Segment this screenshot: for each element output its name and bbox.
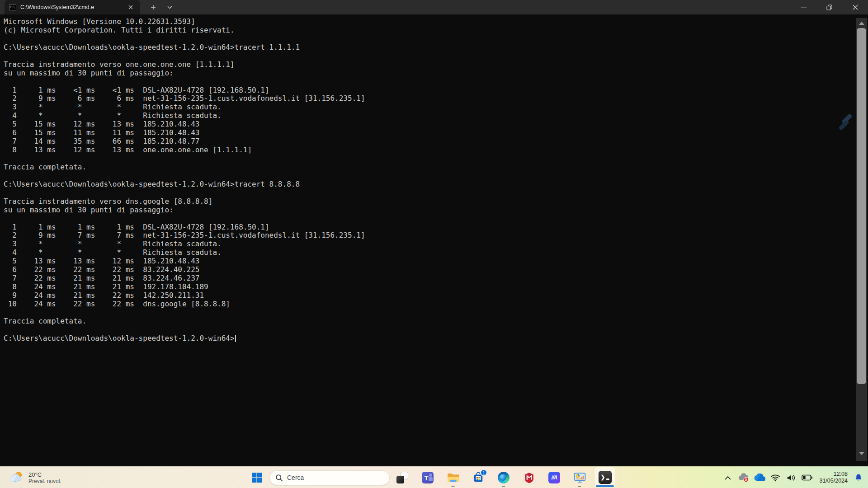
onedrive-icon[interactable] (753, 470, 766, 485)
terminal-body[interactable]: Microsoft Windows [Versione 10.0.22631.3… (0, 14, 856, 466)
terminal-prompt-line: C:\Users\acucc\Downloads\ookla-speedtest… (4, 334, 856, 343)
terminal-line: su un massimo di 30 punti di passaggio: (4, 69, 856, 78)
terminal-line (4, 35, 856, 43)
clock-date: 31/05/2024 (819, 478, 848, 484)
terminal-line: C:\Users\acucc\Downloads\ookla-speedtest… (4, 180, 856, 189)
active-app-plate: ❯ (595, 467, 615, 487)
terminal-line: Microsoft Windows [Versione 10.0.22631.3… (4, 18, 856, 26)
terminal-line: su un massimo di 30 punti di passaggio: (4, 206, 856, 215)
terminal-line: 7 22 ms 21 ms 21 ms 83.224.46.237 (4, 274, 856, 283)
windows-terminal-icon: ❯ (599, 471, 612, 484)
windows-terminal-button[interactable]: ❯ (592, 467, 618, 488)
terminal-line: 3 * * * Richiesta scaduta. (4, 103, 856, 112)
start-button[interactable] (248, 469, 266, 487)
terminal-line: (c) Microsoft Corporation. Tutti i dirit… (4, 26, 856, 35)
terminal-line: 3 * * * Richiesta scaduta. (4, 240, 856, 249)
terminal-line (4, 326, 856, 334)
tray-chevron-up-icon[interactable] (722, 470, 734, 485)
edge-button[interactable] (491, 467, 516, 488)
new-tab-button[interactable] (146, 0, 161, 14)
scrollbar-thumb[interactable] (857, 28, 866, 384)
tab-cmd[interactable]: C:\ C:\Windows\System32\cmd.e (5, 0, 140, 14)
search-icon (275, 474, 283, 482)
terminal-line: 8 24 ms 21 ms 21 ms 192.178.104.189 (4, 283, 856, 291)
active-indicator (596, 485, 614, 487)
text-cursor (235, 335, 236, 342)
scroll-up-icon[interactable] (856, 19, 867, 27)
terminal-line: Traccia completata. (4, 163, 856, 172)
teams-button[interactable]: T (415, 467, 440, 488)
clock[interactable]: 12:08 31/05/2024 (819, 471, 848, 484)
terminal-line: 1 1 ms <1 ms <1 ms DSL-AX82U-4728 [192.1… (4, 86, 856, 95)
terminal-line: 6 22 ms 22 ms 22 ms 83.224.40.225 (4, 266, 856, 274)
scroll-down-icon[interactable] (856, 449, 867, 457)
teams-icon: T (422, 472, 434, 483)
terminal-line (4, 155, 856, 163)
bell-icon (854, 473, 863, 483)
edge-icon (498, 472, 509, 483)
running-indicator (502, 486, 505, 487)
terminal-line: 5 15 ms 12 ms 13 ms 185.210.48.43 (4, 120, 856, 129)
terminal-line: 8 13 ms 12 ms 13 ms one.one.one.one [1.1… (4, 146, 856, 155)
taskbar: 20°C Preval. nuvol. Cerca T (0, 466, 868, 488)
weather-icon (9, 471, 24, 484)
running-indicator (578, 486, 581, 487)
terminal-line (4, 78, 856, 86)
close-button[interactable] (842, 0, 868, 14)
cloud-sync-error-icon[interactable] (737, 470, 750, 485)
microsoft-store-button[interactable]: 1 (466, 467, 491, 488)
weather-widget[interactable]: 20°C Preval. nuvol. (5, 467, 65, 488)
terminal-line: Traccia completata. (4, 317, 856, 326)
titlebar[interactable]: C:\ C:\Windows\System32\cmd.e (0, 0, 868, 14)
task-view-button[interactable] (390, 467, 415, 488)
scrollbar[interactable] (856, 18, 867, 461)
ia-app-button[interactable]: //A (542, 467, 567, 488)
running-indicator (452, 486, 455, 487)
wifi-icon[interactable] (769, 470, 782, 485)
battery-icon[interactable] (801, 470, 813, 485)
terminal-line: 2 9 ms 7 ms 7 ms net-31-156-235-1.cust.v… (4, 231, 856, 240)
search-placeholder: Cerca (287, 474, 304, 481)
tab-title: C:\Windows\System32\cmd.e (20, 4, 119, 10)
windows-logo-icon (251, 472, 262, 483)
clock-time: 12:08 (834, 471, 848, 478)
mcafee-button[interactable] (516, 467, 542, 488)
terminal-line: 5 13 ms 13 ms 12 ms 185.210.48.43 (4, 257, 856, 266)
terminal-line: C:\Users\acucc\Downloads\ookla-speedtest… (4, 43, 856, 52)
terminal-line: 6 15 ms 11 ms 11 ms 185.210.48.43 (4, 129, 856, 137)
file-explorer-icon (447, 472, 459, 483)
terminal-line (4, 172, 856, 180)
cmd-icon: C:\ (9, 4, 16, 10)
terminal-line: 4 * * * Richiesta scaduta. (4, 112, 856, 120)
prompt-text: C:\Users\acucc\Downloads\ookla-speedtest… (4, 334, 235, 343)
terminal-line: 2 9 ms 6 ms 6 ms net-31-156-235-1.cust.v… (4, 94, 856, 103)
restore-button[interactable] (816, 0, 842, 14)
minimize-button[interactable] (791, 0, 816, 14)
tab-dropdown-button[interactable] (162, 0, 177, 14)
terminal-line (4, 52, 856, 61)
terminal-output: Microsoft Windows [Versione 10.0.22631.3… (4, 18, 856, 334)
file-explorer-button[interactable] (440, 467, 466, 488)
search-input[interactable]: Cerca (269, 470, 390, 485)
mcafee-icon (524, 472, 535, 483)
terminal-line (4, 215, 856, 223)
ia-app-icon: //A (548, 472, 560, 483)
weather-condition: Preval. nuvol. (28, 478, 61, 484)
task-view-icon (396, 472, 408, 483)
notification-bell-button[interactable] (852, 470, 865, 485)
terminal-line: 7 14 ms 35 ms 66 ms 185.210.48.77 (4, 137, 856, 146)
terminal-line: Traccia instradamento verso one.one.one.… (4, 61, 856, 69)
tab-close-icon[interactable] (125, 2, 137, 12)
terminal-line: 4 * * * Richiesta scaduta. (4, 249, 856, 257)
performance-monitor-icon (574, 472, 586, 483)
overlay-logo-icon (835, 109, 855, 135)
terminal-line: 9 24 ms 21 ms 22 ms 142.250.211.31 (4, 291, 856, 300)
store-notification-badge: 1 (480, 469, 487, 476)
weather-temperature: 20°C (28, 471, 61, 478)
volume-icon[interactable] (785, 470, 797, 485)
terminal-line (4, 309, 856, 317)
terminal-window: C:\ C:\Windows\System32\cmd.e (0, 0, 868, 466)
terminal-line: Traccia instradamento verso dns.google [… (4, 197, 856, 206)
performance-monitor-button[interactable] (567, 467, 592, 488)
terminal-line: 1 1 ms 1 ms 1 ms DSL-AX82U-4728 [192.168… (4, 223, 856, 232)
